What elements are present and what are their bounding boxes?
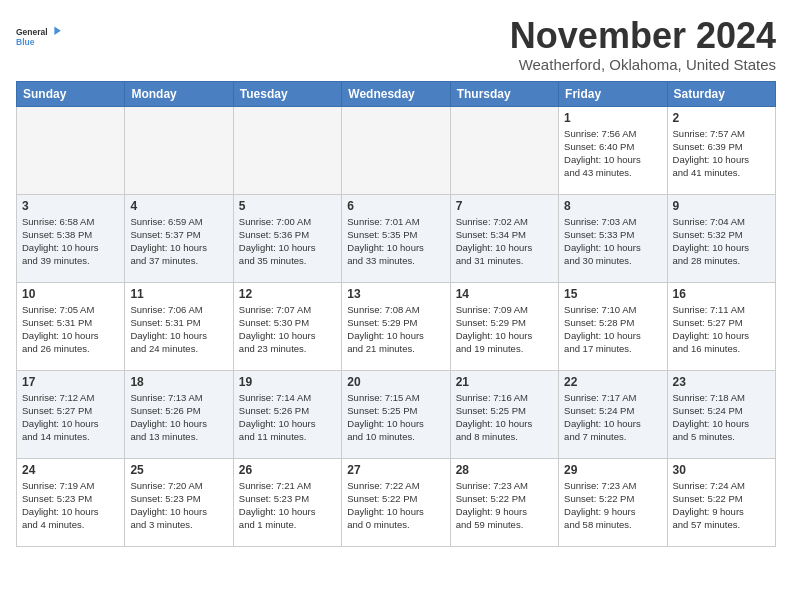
svg-text:General: General xyxy=(16,27,48,37)
calendar-day-22: 22Sunrise: 7:17 AM Sunset: 5:24 PM Dayli… xyxy=(559,370,667,458)
calendar-day-21: 21Sunrise: 7:16 AM Sunset: 5:25 PM Dayli… xyxy=(450,370,558,458)
calendar-day-7: 7Sunrise: 7:02 AM Sunset: 5:34 PM Daylig… xyxy=(450,194,558,282)
day-number: 8 xyxy=(564,199,661,213)
day-info: Sunrise: 7:57 AM Sunset: 6:39 PM Dayligh… xyxy=(673,127,770,180)
calendar-day-12: 12Sunrise: 7:07 AM Sunset: 5:30 PM Dayli… xyxy=(233,282,341,370)
day-info: Sunrise: 7:07 AM Sunset: 5:30 PM Dayligh… xyxy=(239,303,336,356)
logo: General Blue xyxy=(16,16,64,56)
day-info: Sunrise: 7:11 AM Sunset: 5:27 PM Dayligh… xyxy=(673,303,770,356)
calendar-week-row-1: 1Sunrise: 7:56 AM Sunset: 6:40 PM Daylig… xyxy=(17,106,776,194)
weekday-header-tuesday: Tuesday xyxy=(233,81,341,106)
calendar-day-11: 11Sunrise: 7:06 AM Sunset: 5:31 PM Dayli… xyxy=(125,282,233,370)
calendar-day-3: 3Sunrise: 6:58 AM Sunset: 5:38 PM Daylig… xyxy=(17,194,125,282)
day-number: 4 xyxy=(130,199,227,213)
day-number: 26 xyxy=(239,463,336,477)
day-number: 27 xyxy=(347,463,444,477)
header: General Blue November 2024 Weatherford, … xyxy=(16,16,776,73)
day-number: 16 xyxy=(673,287,770,301)
day-info: Sunrise: 7:00 AM Sunset: 5:36 PM Dayligh… xyxy=(239,215,336,268)
day-number: 21 xyxy=(456,375,553,389)
day-number: 2 xyxy=(673,111,770,125)
day-info: Sunrise: 7:05 AM Sunset: 5:31 PM Dayligh… xyxy=(22,303,119,356)
day-number: 3 xyxy=(22,199,119,213)
calendar-day-2: 2Sunrise: 7:57 AM Sunset: 6:39 PM Daylig… xyxy=(667,106,775,194)
day-number: 23 xyxy=(673,375,770,389)
day-number: 17 xyxy=(22,375,119,389)
day-number: 28 xyxy=(456,463,553,477)
calendar-week-row-3: 10Sunrise: 7:05 AM Sunset: 5:31 PM Dayli… xyxy=(17,282,776,370)
calendar-empty-cell xyxy=(450,106,558,194)
svg-text:Blue: Blue xyxy=(16,37,35,47)
calendar-day-29: 29Sunrise: 7:23 AM Sunset: 5:22 PM Dayli… xyxy=(559,458,667,546)
day-info: Sunrise: 7:24 AM Sunset: 5:22 PM Dayligh… xyxy=(673,479,770,532)
day-info: Sunrise: 7:23 AM Sunset: 5:22 PM Dayligh… xyxy=(456,479,553,532)
calendar-day-23: 23Sunrise: 7:18 AM Sunset: 5:24 PM Dayli… xyxy=(667,370,775,458)
title-block: November 2024 Weatherford, Oklahoma, Uni… xyxy=(510,16,776,73)
calendar-day-30: 30Sunrise: 7:24 AM Sunset: 5:22 PM Dayli… xyxy=(667,458,775,546)
weekday-header-thursday: Thursday xyxy=(450,81,558,106)
day-info: Sunrise: 6:59 AM Sunset: 5:37 PM Dayligh… xyxy=(130,215,227,268)
calendar-day-10: 10Sunrise: 7:05 AM Sunset: 5:31 PM Dayli… xyxy=(17,282,125,370)
day-number: 7 xyxy=(456,199,553,213)
day-number: 25 xyxy=(130,463,227,477)
weekday-header-monday: Monday xyxy=(125,81,233,106)
day-info: Sunrise: 7:23 AM Sunset: 5:22 PM Dayligh… xyxy=(564,479,661,532)
calendar-week-row-2: 3Sunrise: 6:58 AM Sunset: 5:38 PM Daylig… xyxy=(17,194,776,282)
day-info: Sunrise: 7:01 AM Sunset: 5:35 PM Dayligh… xyxy=(347,215,444,268)
day-number: 24 xyxy=(22,463,119,477)
day-info: Sunrise: 7:06 AM Sunset: 5:31 PM Dayligh… xyxy=(130,303,227,356)
weekday-header-row: SundayMondayTuesdayWednesdayThursdayFrid… xyxy=(17,81,776,106)
calendar-day-15: 15Sunrise: 7:10 AM Sunset: 5:28 PM Dayli… xyxy=(559,282,667,370)
day-number: 13 xyxy=(347,287,444,301)
day-number: 6 xyxy=(347,199,444,213)
calendar-day-16: 16Sunrise: 7:11 AM Sunset: 5:27 PM Dayli… xyxy=(667,282,775,370)
calendar-day-9: 9Sunrise: 7:04 AM Sunset: 5:32 PM Daylig… xyxy=(667,194,775,282)
day-info: Sunrise: 7:18 AM Sunset: 5:24 PM Dayligh… xyxy=(673,391,770,444)
weekday-header-sunday: Sunday xyxy=(17,81,125,106)
weekday-header-wednesday: Wednesday xyxy=(342,81,450,106)
calendar-day-19: 19Sunrise: 7:14 AM Sunset: 5:26 PM Dayli… xyxy=(233,370,341,458)
weekday-header-saturday: Saturday xyxy=(667,81,775,106)
location: Weatherford, Oklahoma, United States xyxy=(510,56,776,73)
day-info: Sunrise: 7:22 AM Sunset: 5:22 PM Dayligh… xyxy=(347,479,444,532)
day-info: Sunrise: 7:19 AM Sunset: 5:23 PM Dayligh… xyxy=(22,479,119,532)
calendar-empty-cell xyxy=(125,106,233,194)
calendar-day-24: 24Sunrise: 7:19 AM Sunset: 5:23 PM Dayli… xyxy=(17,458,125,546)
calendar-day-28: 28Sunrise: 7:23 AM Sunset: 5:22 PM Dayli… xyxy=(450,458,558,546)
calendar-day-13: 13Sunrise: 7:08 AM Sunset: 5:29 PM Dayli… xyxy=(342,282,450,370)
calendar-container: General Blue November 2024 Weatherford, … xyxy=(0,0,792,555)
day-number: 12 xyxy=(239,287,336,301)
day-number: 19 xyxy=(239,375,336,389)
day-info: Sunrise: 7:21 AM Sunset: 5:23 PM Dayligh… xyxy=(239,479,336,532)
day-info: Sunrise: 7:17 AM Sunset: 5:24 PM Dayligh… xyxy=(564,391,661,444)
calendar-day-18: 18Sunrise: 7:13 AM Sunset: 5:26 PM Dayli… xyxy=(125,370,233,458)
day-number: 1 xyxy=(564,111,661,125)
calendar-day-5: 5Sunrise: 7:00 AM Sunset: 5:36 PM Daylig… xyxy=(233,194,341,282)
day-number: 11 xyxy=(130,287,227,301)
day-info: Sunrise: 7:04 AM Sunset: 5:32 PM Dayligh… xyxy=(673,215,770,268)
day-number: 29 xyxy=(564,463,661,477)
calendar-day-27: 27Sunrise: 7:22 AM Sunset: 5:22 PM Dayli… xyxy=(342,458,450,546)
day-info: Sunrise: 7:56 AM Sunset: 6:40 PM Dayligh… xyxy=(564,127,661,180)
calendar-day-25: 25Sunrise: 7:20 AM Sunset: 5:23 PM Dayli… xyxy=(125,458,233,546)
calendar-day-4: 4Sunrise: 6:59 AM Sunset: 5:37 PM Daylig… xyxy=(125,194,233,282)
calendar-empty-cell xyxy=(233,106,341,194)
day-info: Sunrise: 7:14 AM Sunset: 5:26 PM Dayligh… xyxy=(239,391,336,444)
day-info: Sunrise: 7:20 AM Sunset: 5:23 PM Dayligh… xyxy=(130,479,227,532)
day-info: Sunrise: 7:12 AM Sunset: 5:27 PM Dayligh… xyxy=(22,391,119,444)
calendar-empty-cell xyxy=(342,106,450,194)
calendar-table: SundayMondayTuesdayWednesdayThursdayFrid… xyxy=(16,81,776,547)
day-number: 18 xyxy=(130,375,227,389)
weekday-header-friday: Friday xyxy=(559,81,667,106)
day-info: Sunrise: 7:09 AM Sunset: 5:29 PM Dayligh… xyxy=(456,303,553,356)
calendar-day-20: 20Sunrise: 7:15 AM Sunset: 5:25 PM Dayli… xyxy=(342,370,450,458)
month-title: November 2024 xyxy=(510,16,776,56)
day-number: 10 xyxy=(22,287,119,301)
day-info: Sunrise: 7:03 AM Sunset: 5:33 PM Dayligh… xyxy=(564,215,661,268)
day-info: Sunrise: 7:13 AM Sunset: 5:26 PM Dayligh… xyxy=(130,391,227,444)
day-info: Sunrise: 6:58 AM Sunset: 5:38 PM Dayligh… xyxy=(22,215,119,268)
day-number: 20 xyxy=(347,375,444,389)
day-info: Sunrise: 7:15 AM Sunset: 5:25 PM Dayligh… xyxy=(347,391,444,444)
calendar-day-1: 1Sunrise: 7:56 AM Sunset: 6:40 PM Daylig… xyxy=(559,106,667,194)
calendar-day-17: 17Sunrise: 7:12 AM Sunset: 5:27 PM Dayli… xyxy=(17,370,125,458)
